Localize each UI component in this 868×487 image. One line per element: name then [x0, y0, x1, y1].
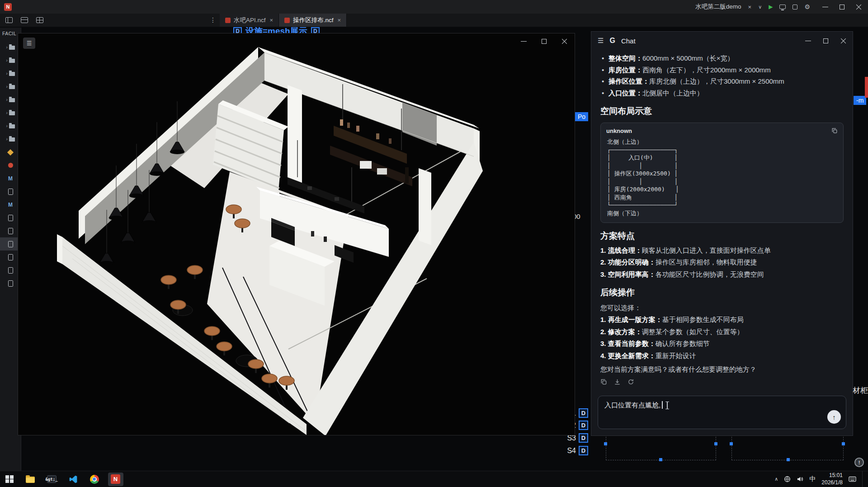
3d-room-scene[interactable]	[18, 33, 575, 435]
folder-icon	[9, 124, 15, 128]
tab-caozuoqu-paibu[interactable]: 操作区排布.ncf ×	[279, 14, 347, 27]
cad-vertex-node[interactable]	[787, 458, 790, 461]
d-marker-icon[interactable]: D	[579, 408, 588, 418]
layout-columns-icon[interactable]	[5, 17, 13, 23]
vscode-icon[interactable]	[69, 475, 78, 484]
monitor-icon[interactable]	[779, 5, 786, 9]
touch-keyboard-icon[interactable]	[849, 476, 856, 482]
document-icon	[8, 189, 13, 195]
section-heading-next: 后续操作	[600, 286, 844, 299]
folder-icon	[9, 46, 15, 50]
gear-icon[interactable]: ⚙	[804, 4, 810, 10]
folder-icon	[9, 72, 15, 76]
download-icon[interactable]	[614, 378, 621, 385]
message-actions	[600, 378, 844, 385]
cad-vertex-node[interactable]	[659, 458, 662, 461]
maximize-button[interactable]	[839, 4, 845, 10]
file-explorer-icon[interactable]	[26, 477, 35, 483]
tab-close-icon[interactable]: ×	[337, 17, 341, 24]
cabinet-label-fragment: 材柜	[853, 385, 868, 396]
project-title: 水吧第二版demo	[695, 3, 741, 11]
clock-time: 15:01	[821, 472, 843, 479]
folder-icon	[9, 137, 15, 142]
ime-indicator[interactable]: 中	[809, 475, 816, 483]
list-item: 3. 空间利用率高：各功能区尺寸比例协调，无浪费空间	[600, 270, 844, 280]
minimize-button[interactable]	[521, 38, 527, 44]
cad-vertex-node[interactable]	[714, 442, 717, 445]
folder-icon	[9, 111, 15, 115]
send-button[interactable]: ↑	[827, 410, 841, 424]
chat-header: ☰ G Chat	[591, 32, 853, 50]
section-heading-layout: 空间布局示意	[600, 105, 844, 118]
hamburger-menu-icon[interactable]: ☰	[598, 37, 604, 45]
terminal-icon[interactable]: &gt;_	[47, 475, 57, 483]
minimize-button[interactable]	[822, 4, 828, 10]
editor-tabbar: ⋮ 水吧API.ncf × 操作区排布.ncf ×	[0, 14, 868, 27]
list-item: 1. 流线合理：顾客从北侧入口进入，直接面对操作区点单	[600, 246, 844, 256]
notification-bubble[interactable]: !	[854, 458, 864, 467]
tab-overflow-icon[interactable]: ⋮	[210, 16, 216, 24]
list-item: 入口位置：北侧居中（上边中）	[600, 88, 844, 99]
3d-viewer-window: ☰	[18, 33, 575, 435]
minimize-button[interactable]	[805, 38, 811, 44]
list-item: 3. 查看当前参数：确认所有参数细节	[600, 339, 844, 349]
close-button[interactable]	[561, 38, 567, 44]
d-marker-icon[interactable]: D	[579, 421, 588, 430]
d-marker-icon[interactable]: D	[579, 433, 588, 443]
chat-message-body[interactable]: 整体空间：6000mm × 5000mm（长×宽） 库房位置：西南角（左下），尺…	[591, 50, 853, 392]
close-button[interactable]	[840, 38, 846, 44]
volume-icon[interactable]	[797, 476, 803, 482]
show-desktop-button[interactable]	[862, 471, 864, 487]
cad-vertex-node[interactable]	[730, 442, 733, 445]
active-app-button[interactable]: N	[108, 473, 123, 486]
file-icon	[284, 18, 290, 23]
chevron-down-icon[interactable]: ∨	[758, 5, 762, 9]
cad-vertex-node[interactable]	[842, 442, 845, 445]
chat-input-value: 入口位置有点尴尬,	[604, 401, 660, 409]
refresh-icon[interactable]	[627, 378, 634, 385]
clock[interactable]: 15:01 2026/1/8	[821, 472, 843, 486]
maximize-button[interactable]	[823, 38, 829, 44]
tab-close-icon[interactable]: ×	[270, 17, 274, 24]
next-intro: 您可以选择：	[600, 303, 844, 313]
layout-grid-icon[interactable]	[36, 17, 43, 23]
tab-shuiba-api[interactable]: 水吧API.ncf ×	[220, 14, 279, 27]
section-heading-features: 方案特点	[600, 230, 844, 243]
d-marker-icon[interactable]: D	[579, 446, 588, 455]
chat-input[interactable]: 入口位置有点尴尬, ↑	[598, 396, 846, 429]
project-close-icon[interactable]: ×	[748, 4, 752, 10]
copy-icon[interactable]	[600, 378, 607, 385]
start-button[interactable]	[5, 475, 14, 483]
network-icon[interactable]	[784, 476, 791, 482]
scroll-marker	[865, 77, 868, 98]
close-button[interactable]	[856, 4, 862, 10]
maximize-button[interactable]	[541, 38, 547, 44]
cad-vertex-node[interactable]	[604, 442, 607, 445]
tray-expand-icon[interactable]: ∧	[774, 476, 778, 482]
chat-window: ☰ G Chat 整体空间：6000mm × 5000mm（长×宽） 库房位置：…	[591, 32, 853, 435]
system-tray: ∧ 中 15:01 2026/1/8	[774, 471, 868, 487]
copy-icon[interactable]	[831, 128, 838, 134]
ibeam-cursor	[667, 402, 668, 409]
file-icon	[225, 18, 231, 23]
ascii-layout-diagram: 北侧（上边） ┌──────────────────┐ │ 入口(中) │ │ …	[601, 137, 843, 222]
package-icon[interactable]	[793, 5, 797, 9]
app-logo-icon: N	[4, 3, 12, 11]
document-icon	[8, 228, 13, 234]
folder-icon	[9, 59, 15, 63]
closing-question: 您对当前方案满意吗？或者有什么想要调整的地方？	[600, 364, 844, 375]
document-icon	[8, 267, 13, 274]
text-caret	[662, 401, 663, 409]
layout-rows-icon[interactable]	[21, 17, 28, 23]
document-icon	[8, 254, 13, 260]
chrome-icon[interactable]	[90, 475, 99, 484]
tab-label: 水吧API.ncf	[234, 16, 266, 24]
cad-row-s4[interactable]: S4 D	[564, 446, 588, 455]
list-item: 4. 更换全新需求：重新开始设计	[600, 351, 844, 361]
run-icon[interactable]: ▶	[769, 4, 773, 10]
list-item: 操作区位置：库房北侧（上边），尺寸3000mm × 2500mm	[600, 76, 844, 87]
po-selection-fragment: Po	[575, 112, 588, 121]
list-item: 库房位置：西南角（左下），尺寸2000mm × 2000mm	[600, 65, 844, 76]
hamburger-menu-icon[interactable]: ☰	[23, 38, 35, 49]
document-icon	[8, 215, 13, 221]
